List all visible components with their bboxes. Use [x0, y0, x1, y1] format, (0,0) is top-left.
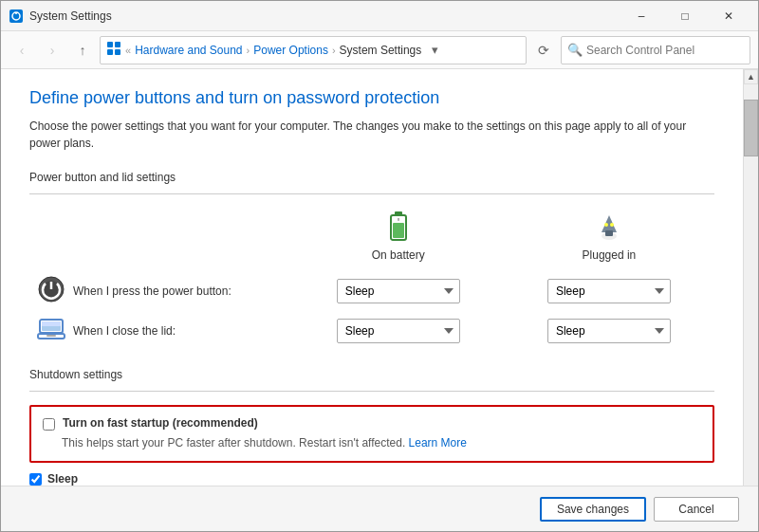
- power-button-label: When I press the power button:: [73, 284, 231, 298]
- breadcrumb: « Hardware and Sound › Power Options › S…: [100, 36, 527, 64]
- breadcrumb-dropdown-button[interactable]: ▾: [425, 41, 444, 60]
- scrollbar-up-arrow[interactable]: ▲: [744, 69, 758, 84]
- scrollbar-thumb[interactable]: [744, 100, 758, 156]
- section-divider-2: [29, 391, 714, 392]
- window-title: System Settings: [29, 9, 620, 23]
- lid-battery-dropdown[interactable]: Sleep Do nothing Hibernate Shut down: [337, 319, 460, 343]
- fast-startup-label[interactable]: Turn on fast startup (recommended): [63, 416, 258, 430]
- breadcrumb-current: System Settings: [340, 44, 422, 57]
- sleep-label[interactable]: Sleep: [47, 472, 78, 486]
- scrollable-content: Define power buttons and turn on passwor…: [1, 69, 743, 486]
- breadcrumb-arrow-2: ›: [332, 45, 336, 56]
- svg-rect-5: [107, 49, 113, 55]
- power-button-icon: [37, 275, 65, 306]
- scrollbar: ▲: [743, 69, 758, 486]
- page-title: Define power buttons and turn on passwor…: [29, 88, 714, 108]
- fast-startup-row: Turn on fast startup (recommended): [43, 416, 701, 431]
- svg-rect-0: [9, 9, 23, 23]
- refresh-button[interactable]: ⟳: [530, 37, 557, 64]
- svg-rect-23: [46, 335, 56, 337]
- svg-rect-4: [115, 42, 120, 47]
- power-button-battery-dropdown[interactable]: Sleep Do nothing Hibernate Shut down: [337, 279, 460, 303]
- save-changes-button[interactable]: Save changes: [540, 497, 646, 522]
- forward-button[interactable]: ›: [39, 37, 65, 64]
- lid-close-label: When I close the lid:: [73, 324, 176, 338]
- search-input[interactable]: [586, 44, 744, 57]
- back-button[interactable]: ‹: [9, 37, 35, 64]
- title-bar: System Settings – □ ✕: [1, 1, 758, 31]
- breadcrumb-arrow-1: ›: [247, 45, 250, 56]
- lid-plugged-dropdown[interactable]: Sleep Do nothing Hibernate Shut down: [547, 319, 671, 343]
- minimize-button[interactable]: –: [620, 1, 663, 31]
- lid-close-label-cell: When I close the lid:: [37, 318, 286, 343]
- search-box: 🔍: [561, 36, 750, 64]
- learn-more-link[interactable]: Learn More: [409, 436, 467, 449]
- power-settings-table: On battery: [29, 208, 714, 349]
- breadcrumb-sep-1: «: [125, 45, 131, 56]
- fast-startup-box: Turn on fast startup (recommended) This …: [29, 405, 714, 463]
- svg-rect-13: [605, 230, 613, 236]
- maximize-button[interactable]: □: [663, 1, 707, 31]
- breadcrumb-hardware[interactable]: Hardware and Sound: [135, 44, 242, 57]
- lid-close-row: When I close the lid: Sleep Do nothing H…: [29, 312, 714, 349]
- address-bar: ‹ › ↑ « Hardware and Sound › Power Optio…: [1, 31, 758, 69]
- lid-close-icon: [37, 318, 65, 343]
- content-area: Define power buttons and turn on passwor…: [1, 69, 758, 486]
- search-icon: 🔍: [567, 43, 583, 57]
- sleep-checkbox[interactable]: [29, 473, 42, 486]
- svg-rect-6: [115, 49, 120, 55]
- fast-startup-checkbox[interactable]: [43, 418, 55, 431]
- power-button-row: When I press the power button: Sleep Do …: [29, 269, 714, 312]
- close-button[interactable]: ✕: [707, 1, 750, 31]
- cancel-button[interactable]: Cancel: [654, 497, 739, 522]
- breadcrumb-power[interactable]: Power Options: [253, 44, 328, 57]
- svg-point-15: [610, 223, 614, 227]
- sleep-item: Sleep Show in Power menu.: [29, 472, 714, 486]
- power-button-label-cell: When I press the power button:: [37, 275, 286, 306]
- svg-rect-21: [42, 321, 61, 326]
- svg-rect-3: [107, 42, 113, 47]
- plugged-in-header: Plugged in: [504, 208, 714, 269]
- section-divider-1: [29, 193, 714, 194]
- svg-rect-9: [393, 223, 404, 238]
- footer-bar: Save changes Cancel: [1, 486, 758, 531]
- up-button[interactable]: ↑: [69, 37, 96, 64]
- power-button-section-title: Power button and lid settings: [29, 171, 714, 184]
- plugged-icon: [594, 211, 624, 245]
- breadcrumb-icon: [106, 41, 121, 59]
- window-icon: [9, 9, 24, 24]
- page-description: Choose the power settings that you want …: [29, 118, 714, 152]
- main-window: System Settings – □ ✕ ‹ › ↑ « Hardware a…: [0, 0, 759, 532]
- svg-point-14: [604, 223, 608, 227]
- window-controls: – □ ✕: [620, 1, 750, 31]
- fast-startup-desc: This helps start your PC faster after sh…: [62, 436, 701, 449]
- shutdown-section-title: Shutdown settings: [29, 368, 714, 381]
- battery-icon: [389, 211, 408, 245]
- power-button-plugged-dropdown[interactable]: Sleep Do nothing Hibernate Shut down: [547, 279, 671, 303]
- on-battery-header: On battery: [293, 208, 504, 269]
